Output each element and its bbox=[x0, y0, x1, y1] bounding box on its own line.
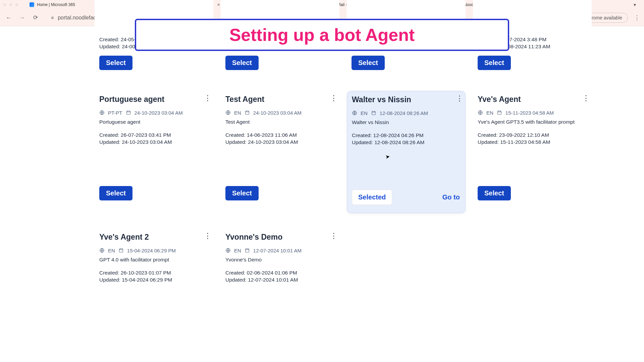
card-meta: EN 15-11-2023 04:58 AM bbox=[478, 110, 587, 116]
card-description: Portuguese agent bbox=[99, 119, 209, 125]
tabs-overflow-button[interactable]: ▾ bbox=[629, 2, 641, 7]
card-date: 12-07-2024 10:01 AM bbox=[253, 248, 302, 253]
card-lang: EN bbox=[108, 248, 115, 253]
card-date: 15-11-2023 04:58 AM bbox=[505, 110, 554, 116]
calendar-icon bbox=[497, 110, 502, 115]
card-dates: Created: 02-06-2024 01:06 PM Updated: 12… bbox=[225, 269, 335, 284]
browser-menu-icon[interactable]: ⋮ bbox=[634, 14, 640, 21]
card-lang: EN bbox=[234, 248, 241, 253]
agent-card-yves-2: Yve's Agent 2 EN 15-04-2024 06:29 PM GPT… bbox=[95, 229, 213, 337]
card-meta: PT-PT 24-10-2023 03:04 AM bbox=[99, 110, 209, 116]
card-description: Yvonne's Demo bbox=[225, 257, 335, 263]
agent-card-yves: Yve's Agent EN 15-11-2023 04:58 AM Yve's… bbox=[473, 91, 592, 213]
card-description: Test Agent bbox=[225, 119, 335, 125]
card-title: Yve's Agent 2 bbox=[99, 233, 209, 242]
svg-rect-9 bbox=[119, 249, 123, 252]
card-dates: Created: 26-10-2023 01:07 PM Updated: 15… bbox=[99, 269, 209, 284]
card-menu-icon[interactable] bbox=[330, 97, 337, 100]
select-button[interactable]: Select bbox=[225, 186, 259, 200]
agent-card-portuguese: Portuguese agent PT-PT 24-10-2023 03:04 … bbox=[95, 91, 213, 213]
forward-button[interactable]: → bbox=[17, 13, 27, 22]
card-title: Yvonne's Demo bbox=[225, 233, 335, 242]
agent-card-walter-nissin[interactable]: Walter vs Nissin EN 12-08-2024 08:26 AM … bbox=[347, 91, 466, 213]
tutorial-callout: Setting up a bot Agent bbox=[135, 19, 509, 51]
card-menu-icon[interactable] bbox=[204, 97, 211, 100]
svg-rect-5 bbox=[372, 112, 376, 115]
card-meta: EN 24-10-2023 03:04 AM bbox=[225, 110, 335, 116]
maximize-window-icon[interactable] bbox=[15, 3, 18, 6]
callout-title: Setting up a bot Agent bbox=[229, 25, 415, 45]
site-controls-icon[interactable]: ≡ bbox=[51, 15, 54, 20]
card-date: 15-04-2024 06:29 PM bbox=[127, 248, 176, 253]
card-dates: Created: 23-09-2022 12:10 AM Updated: 15… bbox=[478, 132, 587, 146]
card-date: 12-08-2024 08:26 AM bbox=[380, 110, 428, 116]
card-dates: Created: 14-06-2023 11:06 AM Updated: 24… bbox=[225, 132, 335, 146]
globe-icon bbox=[99, 110, 105, 115]
card-meta: EN 15-04-2024 06:29 PM bbox=[99, 248, 209, 253]
select-button[interactable]: Select bbox=[225, 56, 259, 70]
window-controls bbox=[3, 3, 18, 6]
card-title: Test Agent bbox=[225, 95, 335, 104]
card-date: 24-10-2023 03:04 AM bbox=[253, 110, 302, 116]
minimize-window-icon[interactable] bbox=[9, 3, 12, 6]
globe-icon bbox=[478, 110, 483, 115]
calendar-icon bbox=[118, 248, 124, 253]
svg-rect-7 bbox=[498, 111, 501, 115]
agent-card-yvonnes-demo: Yvonne's Demo EN 12-07-2024 10:01 AM Yvo… bbox=[221, 229, 339, 337]
m365-favicon-icon bbox=[30, 2, 34, 7]
select-button[interactable]: Select bbox=[478, 186, 511, 200]
agents-grid: Created: 24-05-2024 03:27 PM Updated: 24… bbox=[0, 26, 644, 337]
card-menu-icon[interactable] bbox=[330, 235, 337, 238]
card-meta: EN 12-08-2024 08:26 AM bbox=[352, 110, 461, 116]
select-button[interactable]: Select bbox=[99, 56, 132, 70]
card-lang: PT-PT bbox=[108, 110, 122, 116]
card-title: Walter vs Nissin bbox=[352, 95, 461, 104]
svg-rect-11 bbox=[246, 249, 249, 252]
card-title: Yve's Agent bbox=[478, 95, 587, 104]
card-description: Walter vs Nissin bbox=[352, 119, 461, 125]
card-description: GPT 4.0 with facilitator prompt bbox=[99, 257, 209, 263]
globe-icon bbox=[225, 248, 231, 253]
card-lang: EN bbox=[361, 110, 368, 116]
card-lang: EN bbox=[486, 110, 493, 116]
card-menu-icon[interactable] bbox=[582, 97, 590, 100]
card-lang: EN bbox=[234, 110, 241, 116]
svg-rect-1 bbox=[126, 111, 130, 115]
calendar-icon bbox=[371, 110, 376, 116]
close-window-icon[interactable] bbox=[3, 3, 6, 6]
back-button[interactable]: ← bbox=[4, 13, 13, 22]
goto-button[interactable]: Go to bbox=[442, 190, 461, 205]
page-content: Created: 24-05-2024 03:27 PM Updated: 24… bbox=[0, 26, 644, 362]
globe-icon bbox=[99, 248, 105, 253]
calendar-icon bbox=[245, 110, 250, 115]
card-dates: Created: 12-08-2024 04:26 PM Updated: 12… bbox=[352, 132, 461, 146]
svg-rect-3 bbox=[246, 111, 249, 115]
select-button[interactable]: Select bbox=[478, 56, 511, 70]
globe-icon bbox=[225, 110, 231, 115]
reload-button[interactable]: ⟳ bbox=[31, 13, 40, 22]
card-title: Portuguese agent bbox=[99, 95, 209, 104]
calendar-icon bbox=[245, 248, 250, 253]
card-description: Yve's Agent GPT3.5 with facilitator prom… bbox=[478, 119, 587, 125]
card-menu-icon[interactable] bbox=[204, 235, 211, 238]
selected-badge: Selected bbox=[352, 190, 392, 205]
select-button[interactable]: Select bbox=[99, 186, 132, 200]
card-meta: EN 12-07-2024 10:01 AM bbox=[225, 248, 335, 253]
card-date: 24-10-2023 03:04 AM bbox=[135, 110, 183, 116]
select-button[interactable]: Select bbox=[352, 56, 385, 70]
calendar-icon bbox=[126, 110, 131, 115]
close-tab-icon[interactable]: × bbox=[217, 2, 220, 7]
globe-icon bbox=[352, 110, 357, 116]
card-menu-icon[interactable] bbox=[456, 97, 463, 100]
card-dates: Created: 26-07-2023 03:41 PM Updated: 24… bbox=[99, 132, 209, 146]
agent-card-test: Test Agent EN 24-10-2023 03:04 AM Test A… bbox=[221, 91, 339, 213]
